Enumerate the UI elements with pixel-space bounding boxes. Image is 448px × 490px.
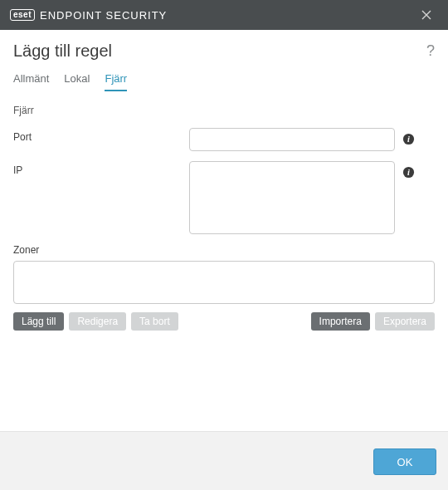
zones-label: Zoner [13,244,435,256]
import-button[interactable]: Importera [311,312,370,331]
port-input[interactable] [189,128,395,151]
port-label: Port [13,128,189,143]
edit-button[interactable]: Redigera [69,312,126,331]
svg-text:i: i [407,168,410,177]
zones-listbox[interactable] [13,261,435,304]
tab-general[interactable]: Allmänt [13,69,49,91]
brand: eset ENDPOINT SECURITY [10,9,167,22]
ok-button[interactable]: OK [373,448,436,475]
ip-input[interactable] [189,161,395,234]
close-icon [421,10,431,20]
delete-button[interactable]: Ta bort [131,312,178,331]
port-info-icon[interactable]: i [402,132,415,145]
export-button[interactable]: Exportera [375,312,435,331]
ip-label: IP [13,161,189,176]
eset-logo: eset [10,9,35,21]
remote-section: Fjärr Port i IP i Zon [7,98,441,337]
add-button[interactable]: Lägg till [13,312,64,331]
svg-text:i: i [407,135,410,144]
zones-button-row: Lägg till Redigera Ta bort Importera Exp… [13,312,435,331]
titlebar: eset ENDPOINT SECURITY [0,0,448,30]
product-name: ENDPOINT SECURITY [40,9,167,22]
ip-info-icon[interactable]: i [402,165,415,179]
close-button[interactable] [415,3,438,27]
tab-local[interactable]: Lokal [64,69,90,91]
tab-remote[interactable]: Fjärr [105,69,127,91]
help-icon[interactable]: ? [426,42,435,60]
section-label: Fjärr [13,105,435,116]
page-title: Lägg till regel [13,42,112,61]
tabs: Allmänt Lokal Fjärr [7,69,441,91]
dialog-card: Lägg till regel ? Allmänt Lokal Fjärr Fj… [0,30,448,432]
dialog-footer: OK [0,432,448,475]
